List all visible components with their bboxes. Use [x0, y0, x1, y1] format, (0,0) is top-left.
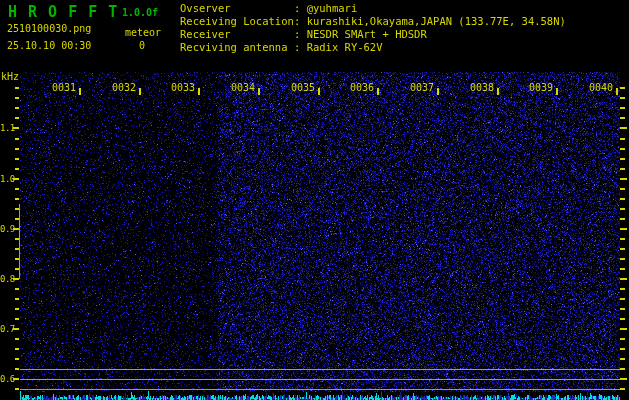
freq-minor-tick-right: [620, 268, 625, 270]
freq-minor-tick-right: [620, 238, 625, 240]
info-separator: :: [294, 41, 300, 53]
freq-minor-tick-left: [15, 298, 19, 300]
freq-minor-tick-right: [620, 158, 625, 160]
freq-minor-tick-left: [15, 168, 19, 170]
station-info-row: Receiver: NESDR SMArt + HDSDR: [180, 28, 566, 41]
freq-minor-tick-right: [620, 338, 625, 340]
info-label: Recviving antenna: [180, 41, 294, 54]
time-axis-label: 0034: [231, 82, 257, 93]
freq-axis-unit-label: kHz: [1, 71, 19, 82]
freq-minor-tick-left: [15, 358, 19, 360]
freq-minor-tick-left: [15, 268, 19, 270]
freq-minor-tick-left: [15, 198, 19, 200]
hrofft-output-image: H R O F F T 1.0.0f 2510100030.png meteor…: [0, 0, 629, 400]
time-axis-label: 0035: [291, 82, 317, 93]
freq-minor-tick-right: [620, 288, 625, 290]
time-tick: [437, 88, 439, 95]
info-separator: :: [294, 28, 300, 40]
freq-minor-tick-left: [15, 107, 19, 109]
freq-minor-tick-left: [15, 248, 19, 250]
info-separator: :: [294, 2, 300, 14]
freq-minor-tick-left: [15, 208, 19, 210]
freq-minor-tick-left: [15, 188, 19, 190]
freq-minor-tick-right: [620, 168, 625, 170]
freq-minor-tick-left: [15, 97, 19, 99]
freq-minor-tick-right: [620, 107, 625, 109]
time-axis-label: 0031: [52, 82, 78, 93]
time-tick: [79, 88, 81, 95]
freq-major-tick-right: [620, 328, 627, 330]
freq-major-tick-right: [620, 228, 627, 230]
freq-axis-label: 0.6: [0, 373, 15, 385]
freq-minor-tick-left: [15, 258, 19, 260]
time-axis-label: 0037: [410, 82, 436, 93]
freq-axis-label: 1.0: [0, 173, 15, 185]
freq-minor-tick-right: [620, 248, 625, 250]
freq-axis-label: 0.7: [0, 323, 15, 335]
output-filename: 2510100030.png: [7, 23, 91, 34]
freq-minor-tick-right: [620, 218, 625, 220]
freq-minor-tick-right: [620, 308, 625, 310]
freq-minor-tick-right: [620, 117, 625, 119]
freq-minor-tick-left: [15, 138, 19, 140]
freq-minor-tick-right: [620, 358, 625, 360]
freq-minor-tick-left: [15, 348, 19, 350]
info-separator: :: [294, 15, 300, 27]
freq-minor-tick-left: [15, 338, 19, 340]
freq-minor-tick-right: [620, 138, 625, 140]
station-info-row: Ovserver: @yuhmari: [180, 2, 566, 15]
time-axis-label: 0038: [470, 82, 496, 93]
freq-minor-tick-right: [620, 258, 625, 260]
freq-minor-tick-left: [15, 218, 19, 220]
time-axis-label: 0036: [350, 82, 376, 93]
freq-minor-tick-left: [15, 148, 19, 150]
info-value: kurashiki,Okayama,JAPAN (133.77E, 34.58N…: [307, 15, 566, 27]
freq-axis-label: 0.8: [0, 273, 15, 285]
freq-minor-tick-right: [620, 368, 625, 370]
time-tick: [497, 88, 499, 95]
freq-minor-tick-right: [620, 97, 625, 99]
freq-axis-label: 0.9: [0, 223, 15, 235]
freq-minor-tick-left: [15, 238, 19, 240]
app-version: 1.0.0f: [122, 7, 158, 18]
freq-minor-tick-left: [15, 87, 19, 89]
freq-major-tick-right: [620, 378, 627, 380]
freq-minor-tick-left: [15, 318, 19, 320]
time-axis-label: 0039: [529, 82, 555, 93]
info-label: Ovserver: [180, 2, 294, 15]
meteor-count-value: 0: [139, 40, 145, 51]
freq-major-tick-right: [620, 127, 627, 129]
time-axis-label: 0033: [171, 82, 197, 93]
info-label: Receiver: [180, 28, 294, 41]
time-tick: [556, 88, 558, 95]
app-title: H R O F F T: [8, 3, 118, 21]
info-label: Receiving Location: [180, 15, 294, 28]
time-axis-label: 0032: [112, 82, 138, 93]
freq-axis-label: 1.1: [0, 122, 15, 134]
freq-major-tick-right: [620, 278, 627, 280]
frame-timestamp: 25.10.10 00:30: [7, 40, 91, 51]
time-tick: [139, 88, 141, 95]
freq-minor-tick-right: [620, 348, 625, 350]
freq-minor-tick-right: [620, 87, 625, 89]
time-tick: [377, 88, 379, 95]
freq-minor-tick-right: [620, 318, 625, 320]
freq-minor-tick-right: [620, 198, 625, 200]
freq-minor-tick-left: [15, 368, 19, 370]
station-info-block: Ovserver: @yuhmariReceiving Location: ku…: [180, 2, 566, 54]
time-tick: [198, 88, 200, 95]
freq-minor-tick-left: [15, 388, 19, 390]
freq-minor-tick-right: [620, 208, 625, 210]
time-axis-label: 0040: [589, 82, 615, 93]
station-info-row: Recviving antenna: Radix RY-62V: [180, 41, 566, 54]
freq-minor-tick-left: [15, 117, 19, 119]
freq-major-tick-right: [620, 178, 627, 180]
info-value: @yuhmari: [307, 2, 358, 14]
time-tick: [258, 88, 260, 95]
freq-minor-tick-right: [620, 298, 625, 300]
spectrogram-canvas: [0, 0, 629, 400]
info-value: NESDR SMArt + HDSDR: [307, 28, 427, 40]
time-tick: [616, 88, 618, 95]
freq-minor-tick-left: [15, 308, 19, 310]
info-value: Radix RY-62V: [307, 41, 383, 53]
